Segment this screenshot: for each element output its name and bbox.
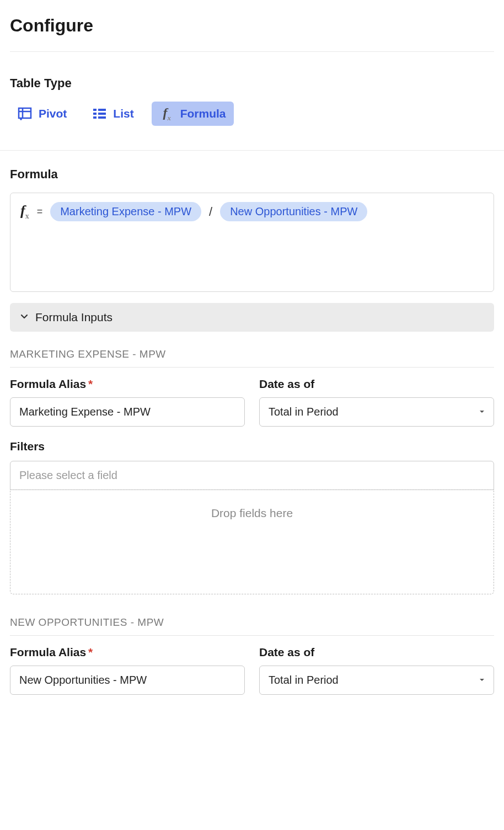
tab-formula-label: Formula (180, 107, 226, 120)
alias-label: Formula Alias* (10, 377, 245, 391)
input-group-header: MARKETING EXPENSE - MPW (10, 348, 494, 360)
formula-icon: fx (159, 107, 175, 120)
page-title: Configure (10, 10, 494, 36)
equals-sign: = (37, 206, 43, 217)
table-type-tabs: Pivot List fx Formula (10, 102, 494, 126)
alias-input[interactable] (10, 666, 245, 695)
divider (10, 367, 494, 368)
svg-rect-5 (93, 113, 96, 115)
tab-list-label: List (113, 107, 133, 120)
svg-rect-0 (19, 108, 31, 118)
divider (10, 51, 494, 52)
required-mark: * (88, 646, 93, 658)
alias-input[interactable] (10, 397, 245, 427)
formula-section-label: Formula (10, 167, 494, 182)
svg-rect-3 (93, 109, 96, 111)
formula-inputs-label: Formula Inputs (35, 311, 112, 324)
divider (0, 150, 504, 151)
filters-field-select[interactable]: Please select a field (10, 461, 494, 490)
input-group: NEW OPPORTUNITIES - MPW Formula Alias* D… (10, 616, 494, 695)
list-icon (92, 107, 108, 120)
svg-rect-6 (98, 113, 106, 115)
dateasof-label: Date as of (259, 377, 494, 391)
filters-dropzone[interactable]: Drop fields here (10, 490, 494, 594)
alias-label: Formula Alias* (10, 646, 245, 659)
formula-token[interactable]: New Opportunities - MPW (220, 202, 367, 221)
table-type-label: Table Type (10, 76, 494, 91)
required-mark: * (88, 377, 93, 390)
formula-inputs-accordion[interactable]: Formula Inputs (10, 303, 494, 332)
dateasof-select[interactable]: Total in Period (259, 666, 494, 695)
tab-pivot-label: Pivot (39, 107, 67, 120)
svg-rect-8 (98, 116, 106, 119)
dateasof-select[interactable]: Total in Period (259, 397, 494, 427)
tab-list[interactable]: List (84, 102, 141, 126)
filters-label: Filters (10, 440, 494, 453)
formula-editor[interactable]: fx = Marketing Expense - MPW / New Oppor… (10, 193, 494, 292)
dateasof-label: Date as of (259, 646, 494, 659)
divider (10, 635, 494, 636)
input-group-header: NEW OPPORTUNITIES - MPW (10, 616, 494, 629)
tab-pivot[interactable]: Pivot (10, 102, 74, 126)
fx-icon: fx (20, 203, 29, 221)
chevron-down-icon (20, 312, 29, 323)
tab-formula[interactable]: fx Formula (152, 102, 234, 126)
pivot-icon (18, 107, 33, 120)
operator-divide: / (207, 205, 215, 219)
svg-rect-4 (98, 109, 106, 111)
input-group: MARKETING EXPENSE - MPW Formula Alias* D… (10, 348, 494, 594)
formula-token[interactable]: Marketing Expense - MPW (50, 202, 201, 221)
svg-rect-7 (93, 116, 96, 119)
